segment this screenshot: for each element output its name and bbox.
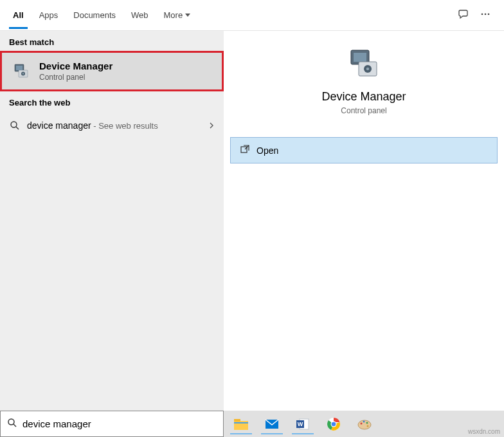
svg-point-2: [488, 13, 490, 15]
open-icon: [240, 144, 250, 156]
tab-apps[interactable]: Apps: [32, 1, 66, 29]
chevron-down-icon: [185, 14, 190, 17]
tab-documents[interactable]: Documents: [66, 1, 123, 29]
search-web-header: Search the web: [0, 91, 224, 111]
svg-point-14: [366, 68, 370, 71]
web-search-result[interactable]: device manager - See web results: [0, 111, 224, 140]
svg-point-16: [8, 419, 14, 425]
svg-point-29: [361, 422, 363, 424]
taskbar-file-explorer[interactable]: [228, 414, 255, 434]
taskbar-chrome[interactable]: [320, 414, 347, 434]
svg-point-1: [485, 13, 487, 15]
chevron-right-icon: [208, 121, 215, 131]
tab-web[interactable]: Web: [123, 1, 156, 29]
best-match-header: Best match: [0, 31, 224, 51]
results-panel: Best match Device Manager Control panel: [0, 31, 224, 411]
tab-more[interactable]: More: [156, 1, 199, 29]
svg-point-30: [363, 420, 365, 422]
best-match-result[interactable]: Device Manager Control panel: [0, 51, 224, 91]
svg-line-17: [14, 424, 16, 427]
best-match-title: Device Manager: [39, 60, 213, 71]
svg-point-7: [22, 73, 24, 74]
svg-text:W: W: [298, 421, 303, 427]
preview-panel: Device Manager Control panel Open: [224, 31, 504, 411]
watermark: wsxdn.com: [468, 428, 500, 435]
svg-rect-15: [241, 147, 247, 153]
filter-tabs: All Apps Documents Web More: [0, 0, 504, 31]
web-suffix: - See web results: [91, 121, 158, 131]
svg-line-9: [16, 127, 19, 129]
svg-rect-19: [234, 419, 240, 422]
svg-point-32: [367, 425, 369, 427]
device-manager-icon: [11, 61, 32, 82]
svg-point-31: [366, 422, 368, 423]
search-icon: [9, 120, 21, 131]
svg-point-27: [332, 422, 336, 426]
svg-rect-20: [234, 422, 248, 423]
taskbar: W: [224, 411, 504, 437]
open-label: Open: [256, 145, 278, 156]
feedback-icon[interactable]: [458, 8, 469, 23]
preview-title: Device Manager: [231, 90, 496, 104]
search-icon: [7, 418, 17, 431]
tab-all[interactable]: All: [5, 1, 32, 29]
svg-point-8: [11, 122, 17, 127]
ellipsis-icon[interactable]: [480, 8, 491, 23]
search-box[interactable]: [0, 411, 224, 437]
taskbar-paint[interactable]: [351, 414, 378, 434]
tab-more-label: More: [164, 10, 183, 20]
search-input[interactable]: [22, 418, 217, 429]
open-button[interactable]: Open: [230, 137, 498, 163]
svg-point-0: [482, 13, 483, 15]
taskbar-mail[interactable]: [258, 414, 285, 434]
taskbar-word[interactable]: W: [289, 414, 316, 434]
preview-subtitle: Control panel: [231, 106, 496, 115]
svg-rect-11: [354, 53, 366, 62]
web-query: device manager: [27, 120, 91, 131]
best-match-subtitle: Control panel: [39, 73, 213, 82]
device-manager-icon: [346, 46, 382, 82]
svg-rect-4: [16, 66, 22, 70]
